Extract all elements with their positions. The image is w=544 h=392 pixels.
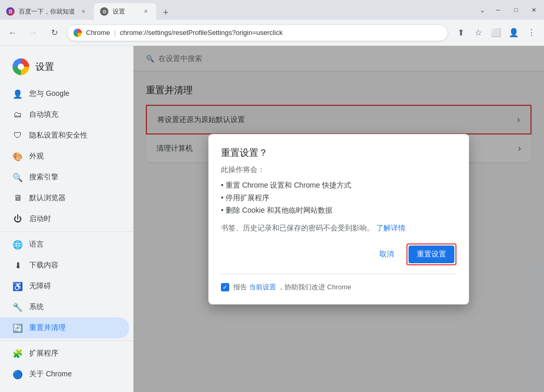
privacy-icon: 🛡: [13, 130, 23, 141]
cancel-button[interactable]: 取消: [371, 243, 402, 265]
tab-search-button[interactable]: ⬜: [488, 24, 504, 41]
new-tab-button[interactable]: +: [158, 5, 173, 20]
back-button[interactable]: ←: [4, 24, 21, 41]
browser-icon: 🖥: [13, 193, 23, 203]
browser-window: 百 百度一下，你就知道 × ⚙ 设置 × + ⌄ ─ □ ✕ ← → ↻: [0, 0, 544, 392]
checkbox-tick: ✓: [222, 284, 228, 291]
dialog-overlay: 重置设置？ 此操作将会： • 重置 Chrome 设置和 Chrome 快捷方式…: [133, 46, 544, 392]
sidebar-item-browser-label: 默认浏览器: [29, 193, 66, 203]
sidebar-item-startup[interactable]: ⏻ 启动时: [0, 209, 129, 229]
profile-button[interactable]: 👤: [505, 24, 522, 41]
footer-text-after: ，协助我们改进 Chrome: [278, 283, 351, 291]
sidebar-item-privacy[interactable]: 🛡 隐私设置和安全性: [0, 125, 129, 146]
accessibility-icon: ♿: [13, 281, 23, 291]
sidebar-item-about-label: 关于 Chrome: [29, 370, 72, 379]
content-area: 设置 👤 您与 Google 🗂 自动填充 🛡 隐私设置和安全性 🎨 外观: [0, 46, 544, 392]
sidebar-item-search[interactable]: 🔍 搜索引擎: [0, 167, 129, 188]
sidebar-item-autofill-label: 自动填充: [29, 110, 58, 119]
sidebar-item-autofill[interactable]: 🗂 自动填充: [0, 104, 129, 125]
sidebar-item-accessibility-label: 无障碍: [29, 281, 51, 291]
sidebar-item-appearance[interactable]: 🎨 外观: [0, 146, 129, 167]
system-icon: 🔧: [13, 302, 23, 312]
tab-baidu-close[interactable]: ×: [79, 7, 88, 16]
tab-settings[interactable]: ⚙ 设置 ×: [94, 3, 156, 20]
dialog-list: • 重置 Chrome 设置和 Chrome 快捷方式 • 停用扩展程序 • 删…: [221, 181, 456, 215]
reset-button[interactable]: 重置设置: [409, 246, 454, 263]
sidebar-item-system[interactable]: 🔧 系统: [0, 297, 129, 317]
sidebar-item-language-label: 语言: [29, 240, 44, 249]
sidebar-divider-2: [0, 340, 133, 341]
main-content: 🔍 重置并清理 将设置还原为原始默认设置 › 清理计算机 ›: [133, 46, 544, 392]
report-checkbox[interactable]: ✓: [221, 283, 229, 291]
sidebar-item-system-label: 系统: [29, 302, 44, 312]
tab-settings-close[interactable]: ×: [142, 7, 150, 16]
current-settings-link[interactable]: 当前设置: [249, 283, 276, 291]
search-engine-icon: 🔍: [13, 172, 23, 182]
dialog-footer-text: 报告 当前设置 ，协助我们改进 Chrome: [233, 283, 351, 292]
tabs-area: 百 百度一下，你就知道 × ⚙ 设置 × +: [0, 0, 475, 20]
sidebar-item-google-account[interactable]: 👤 您与 Google: [0, 83, 129, 104]
tab-baidu-label: 百度一下，你就知道: [19, 7, 75, 16]
reset-button-highlight: 重置设置: [406, 243, 456, 265]
tab-settings-label: 设置: [113, 7, 138, 16]
language-icon: 🌐: [13, 239, 23, 250]
startup-icon: ⏻: [13, 214, 23, 224]
sidebar-item-extensions-label: 扩展程序: [29, 349, 58, 358]
url-bar[interactable]: Chrome | chrome://settings/resetProfileS…: [67, 24, 448, 41]
tab-baidu-favicon: 百: [6, 7, 15, 16]
autofill-icon: 🗂: [13, 109, 23, 120]
minimize-button[interactable]: ─: [490, 4, 506, 16]
sidebar-item-reset[interactable]: 🔄 重置并清理: [0, 317, 129, 338]
tab-baidu[interactable]: 百 百度一下，你就知道 ×: [0, 3, 94, 20]
dialog-list-item-3: • 删除 Cookie 和其他临时网站数据: [221, 206, 456, 215]
dialog-list-item-2: • 停用扩展程序: [221, 193, 456, 203]
menu-button[interactable]: ⋮: [523, 24, 540, 41]
sidebar-scroll-area: 👤 您与 Google 🗂 自动填充 🛡 隐私设置和安全性 🎨 外观 🔍: [0, 83, 133, 385]
sidebar-item-browser[interactable]: 🖥 默认浏览器: [0, 188, 129, 209]
dialog-list-item-1: • 重置 Chrome 设置和 Chrome 快捷方式: [221, 181, 456, 190]
maximize-button[interactable]: □: [508, 4, 524, 16]
sidebar-item-google-account-label: 您与 Google: [29, 89, 69, 99]
url-chrome-icon: [73, 29, 82, 37]
about-icon: 🔵: [13, 369, 23, 379]
sidebar-item-language[interactable]: 🌐 语言: [0, 234, 129, 255]
sidebar-item-appearance-label: 外观: [29, 152, 44, 161]
footer-text-before: 报告: [233, 283, 247, 291]
sidebar-item-downloads-label: 下载内容: [29, 261, 58, 270]
url-prefix: Chrome: [86, 29, 110, 36]
chrome-logo: [13, 58, 29, 75]
tab-settings-favicon: ⚙: [100, 7, 108, 16]
addressbar: ← → ↻ Chrome | chrome://settings/resetPr…: [0, 20, 544, 46]
sidebar-title: 设置: [35, 60, 54, 73]
url-path: chrome://settings/resetProfileSettings?o…: [120, 29, 283, 36]
extensions-icon: 🧩: [13, 348, 23, 359]
url-text: Chrome | chrome://settings/resetProfileS…: [86, 29, 441, 36]
bookmark-button[interactable]: ☆: [470, 24, 487, 41]
sidebar-item-extensions[interactable]: 🧩 扩展程序: [0, 343, 129, 364]
window-controls: ─ □ ✕: [490, 4, 544, 16]
google-account-icon: 👤: [13, 89, 23, 99]
forward-button[interactable]: →: [25, 24, 42, 41]
sidebar-header: 设置: [0, 50, 133, 83]
share-button[interactable]: ⬆: [452, 24, 469, 41]
reload-button[interactable]: ↻: [46, 24, 63, 41]
dialog-actions: 取消 重置设置: [221, 243, 456, 265]
sidebar-item-about[interactable]: 🔵 关于 Chrome: [0, 364, 129, 385]
close-button[interactable]: ✕: [525, 4, 542, 16]
dialog-title: 重置设置？: [221, 146, 456, 159]
dialog-subtitle: 此操作将会：: [221, 165, 456, 175]
learn-more-link[interactable]: 了解详情: [376, 224, 405, 232]
sidebar-item-downloads[interactable]: ⬇ 下载内容: [0, 255, 129, 276]
sidebar-item-privacy-label: 隐私设置和安全性: [29, 131, 88, 140]
titlebar: 百 百度一下，你就知道 × ⚙ 设置 × + ⌄ ─ □ ✕: [0, 0, 544, 20]
dialog-note: 书签、历史记录和已保存的密码不会受到影响。 了解详情: [221, 224, 456, 233]
addressbar-actions: ⬆ ☆ ⬜ 👤 ⋮: [452, 24, 540, 41]
tab-scroll-button[interactable]: ⌄: [475, 0, 490, 20]
appearance-icon: 🎨: [13, 151, 23, 162]
sidebar: 设置 👤 您与 Google 🗂 自动填充 🛡 隐私设置和安全性 🎨 外观: [0, 46, 133, 392]
sidebar-divider: [0, 231, 133, 232]
sidebar-item-accessibility[interactable]: ♿ 无障碍: [0, 276, 129, 297]
sidebar-item-reset-label: 重置并清理: [29, 323, 66, 333]
dialog-footer: ✓ 报告 当前设置 ，协助我们改进 Chrome: [221, 274, 456, 292]
sidebar-item-search-label: 搜索引擎: [29, 173, 58, 182]
